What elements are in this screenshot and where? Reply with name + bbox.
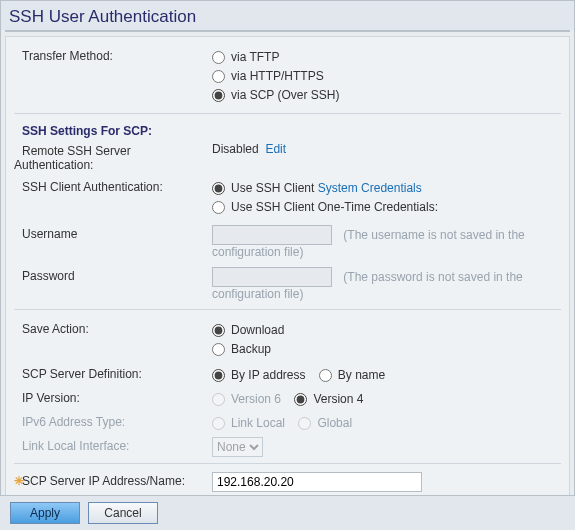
label-by-ip: By IP address <box>231 368 305 382</box>
password-label: Password <box>14 267 212 283</box>
link-local-if-select: None <box>212 437 263 457</box>
label-download: Download <box>231 323 284 337</box>
radio-backup[interactable] <box>212 343 225 356</box>
transfer-method-label: Transfer Method: <box>14 47 212 63</box>
radio-onetime-creds[interactable] <box>212 201 225 214</box>
label-version4: Version 4 <box>313 392 363 406</box>
remote-auth-value: Disabled <box>212 142 259 156</box>
ip-version-label: IP Version: <box>14 389 212 405</box>
password-input <box>212 267 332 287</box>
radio-global <box>298 417 311 430</box>
radio-sys-creds[interactable] <box>212 182 225 195</box>
radio-download[interactable] <box>212 324 225 337</box>
button-bar: Apply Cancel <box>0 495 575 530</box>
server-def-label: SCP Server Definition: <box>14 365 212 381</box>
radio-by-ip[interactable] <box>212 369 225 382</box>
ssh-section-header: SSH Settings For SCP: <box>14 122 212 138</box>
server-addr-input[interactable] <box>212 472 422 492</box>
radio-link-local <box>212 417 225 430</box>
label-sys-creds: Use SSH Client System Credentials <box>231 181 422 195</box>
save-action-label: Save Action: <box>14 320 212 336</box>
transfer-method-row: Transfer Method: via TFTP via HTTP/HTTPS… <box>14 43 561 109</box>
label-onetime-creds: Use SSH Client One-Time Credentials: <box>231 200 438 214</box>
link-local-if-label: Link Local Interface: <box>14 437 212 453</box>
username-input <box>212 225 332 245</box>
radio-by-name[interactable] <box>319 369 332 382</box>
label-via-scp: via SCP (Over SSH) <box>231 88 339 102</box>
label-by-name: By name <box>338 368 385 382</box>
apply-button[interactable]: Apply <box>10 502 80 524</box>
label-link-local: Link Local <box>231 416 285 430</box>
radio-via-http[interactable] <box>212 70 225 83</box>
label-global: Global <box>317 416 352 430</box>
divider-3 <box>14 463 561 464</box>
divider-2 <box>14 309 561 310</box>
main-panel: Transfer Method: via TFTP via HTTP/HTTPS… <box>5 36 570 530</box>
divider-1 <box>14 113 561 114</box>
radio-version4[interactable] <box>294 393 307 406</box>
remote-auth-edit-link[interactable]: Edit <box>265 142 286 156</box>
label-via-tftp: via TFTP <box>231 50 279 64</box>
ipv6-type-label: IPv6 Address Type: <box>14 413 212 429</box>
remote-auth-label: Remote SSH Server Authentication: <box>14 142 212 172</box>
label-via-http: via HTTP/HTTPS <box>231 69 324 83</box>
client-auth-label: SSH Client Authentication: <box>14 178 212 194</box>
page-title: SSH User Authentication <box>1 1 574 30</box>
radio-via-scp[interactable] <box>212 89 225 102</box>
cancel-button[interactable]: Cancel <box>88 502 158 524</box>
radio-via-tftp[interactable] <box>212 51 225 64</box>
radio-version6 <box>212 393 225 406</box>
system-credentials-link[interactable]: System Credentials <box>318 181 422 195</box>
server-addr-label: ✳SCP Server IP Address/Name: <box>14 472 212 488</box>
title-divider <box>5 30 570 32</box>
username-label: Username <box>14 225 212 241</box>
label-backup: Backup <box>231 342 271 356</box>
label-version6: Version 6 <box>231 392 281 406</box>
